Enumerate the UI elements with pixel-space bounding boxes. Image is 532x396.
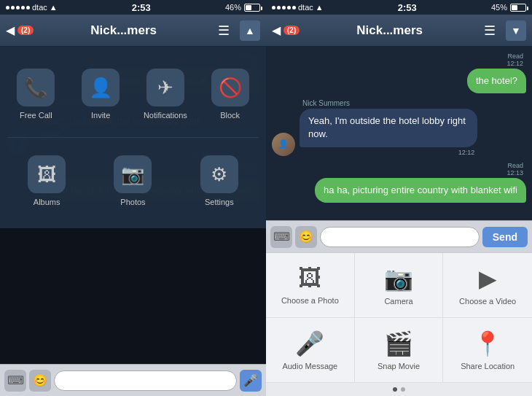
time-left: 2:53 bbox=[132, 2, 151, 13]
bubble-received-r2: Yeah, I'm outside the hotel lobby right … bbox=[300, 109, 477, 147]
page-dot-2 bbox=[401, 387, 405, 392]
attach-choose-video[interactable]: ▶ Choose a Video bbox=[443, 253, 532, 318]
carrier-left: dtac bbox=[32, 3, 47, 12]
invite-label: Invite bbox=[91, 111, 110, 120]
page-indicator bbox=[266, 383, 532, 396]
notifications-label: Notifications bbox=[144, 111, 187, 120]
chat-title-right: Nick...mers bbox=[356, 23, 423, 38]
attach-choose-photo[interactable]: 🖼 Choose a Photo bbox=[266, 253, 355, 318]
menu-item-notifications[interactable]: ✈ Notifications bbox=[133, 61, 198, 127]
settings-label: Settings bbox=[205, 198, 234, 206]
attach-grid: 🖼 Choose a Photo 📷 Camera ▶ Choose a Vid… bbox=[266, 252, 532, 383]
free-call-icon: 📞 bbox=[17, 69, 55, 106]
battery-pct-right: 45% bbox=[491, 3, 507, 12]
battery-right bbox=[510, 4, 526, 12]
menu-icon-right[interactable]: ☰ bbox=[480, 20, 500, 41]
right-phone: dtac ▲ 2:53 45% ◀ (2) Nick...mers ☰ ▼ Re… bbox=[266, 0, 532, 396]
carrier-right: dtac bbox=[298, 3, 313, 12]
menu-item-settings[interactable]: ⚙ Settings bbox=[176, 148, 262, 214]
back-badge-left: (2) bbox=[17, 26, 34, 35]
invite-icon: 👤 bbox=[82, 69, 120, 106]
free-call-label: Free Call bbox=[20, 111, 52, 120]
snap-movie-icon: 🎬 bbox=[384, 330, 413, 357]
header-left: ◀ (2) Nick...mers ☰ ▲ bbox=[0, 15, 266, 47]
menu-grid-row1: 📞 Free Call 👤 Invite ✈ Notifications 🚫 B… bbox=[0, 54, 266, 134]
menu-item-invite[interactable]: 👤 Invite bbox=[69, 61, 133, 127]
choose-video-icon: ▶ bbox=[479, 265, 497, 292]
albums-label: Albums bbox=[34, 198, 60, 206]
text-input-right[interactable] bbox=[320, 227, 480, 247]
back-button-right[interactable]: ◀ (2) bbox=[272, 23, 300, 37]
back-arrow-right: ◀ bbox=[272, 23, 281, 37]
keyboard-btn-right[interactable]: ⌨ bbox=[270, 226, 292, 248]
emoji-btn-left[interactable]: 😊 bbox=[29, 370, 51, 392]
emoji-btn-right[interactable]: 😊 bbox=[295, 226, 317, 248]
status-bar-left: dtac ▲ 2:53 46% bbox=[0, 0, 266, 15]
menu-item-photos[interactable]: 📷 Photos bbox=[90, 148, 176, 214]
attach-audio-message[interactable]: 🎤 Audio Message bbox=[266, 318, 355, 383]
menu-item-free-call[interactable]: 📞 Free Call bbox=[4, 61, 69, 127]
block-label: Block bbox=[220, 111, 240, 120]
battery-left bbox=[244, 4, 260, 12]
attach-snap-movie[interactable]: 🎬 Snap Movie bbox=[355, 318, 444, 383]
menu-grid-row2: 🖼 Albums 📷 Photos ⚙ Settings bbox=[0, 141, 266, 221]
keyboard-btn-left[interactable]: ⌨ bbox=[4, 370, 26, 392]
photos-label: Photos bbox=[120, 198, 145, 206]
menu-overlay: 📞 Free Call 👤 Invite ✈ Notifications 🚫 B… bbox=[0, 47, 266, 228]
input-bar-right: ⌨ 😊 Send bbox=[266, 220, 532, 252]
attach-camera[interactable]: 📷 Camera bbox=[355, 253, 444, 318]
menu-icon-left[interactable]: ☰ bbox=[214, 20, 234, 41]
sender-name-right: Nick Summers bbox=[300, 99, 477, 107]
snap-movie-label: Snap Movie bbox=[378, 362, 420, 370]
notifications-icon: ✈ bbox=[146, 69, 184, 106]
input-bar-left: ⌨ 😊 🎤 bbox=[0, 364, 266, 396]
header-right: ◀ (2) Nick...mers ☰ ▼ bbox=[266, 15, 532, 47]
menu-item-albums[interactable]: 🖼 Albums bbox=[4, 148, 90, 214]
send-button[interactable]: Send bbox=[482, 227, 528, 247]
share-location-icon: 📍 bbox=[473, 330, 502, 357]
menu-divider bbox=[7, 137, 259, 138]
page-dot-1 bbox=[393, 387, 397, 392]
bubble-sent-r3: ha ha, picturing entire country with bla… bbox=[315, 178, 526, 203]
camera-icon: 📷 bbox=[384, 265, 413, 292]
choose-photo-icon: 🖼 bbox=[298, 265, 321, 292]
albums-icon: 🖼 bbox=[28, 155, 66, 193]
mic-btn-left[interactable]: 🎤 bbox=[240, 370, 262, 392]
back-badge-right: (2) bbox=[283, 26, 300, 35]
chat-area-right: Read12:12 the hotel? 👤 Nick Summers Yeah… bbox=[266, 47, 532, 220]
chevron-down-right[interactable]: ▼ bbox=[506, 20, 526, 41]
block-icon: 🚫 bbox=[211, 69, 249, 106]
attach-share-location[interactable]: 📍 Share Location bbox=[443, 318, 532, 383]
chevron-up-left[interactable]: ▲ bbox=[240, 20, 260, 41]
msg-row-r2: 👤 Nick Summers Yeah, I'm outside the hot… bbox=[272, 99, 526, 155]
time-right: 2:53 bbox=[398, 2, 417, 13]
left-phone: dtac ▲ 2:53 46% ◀ (2) Nick...mers ☰ ▲ 📞 … bbox=[0, 0, 266, 396]
status-bar-right: dtac ▲ 2:53 45% bbox=[266, 0, 532, 15]
choose-photo-label: Choose a Photo bbox=[281, 296, 339, 305]
read-time-r1: Read12:12 bbox=[506, 53, 526, 67]
audio-message-icon: 🎤 bbox=[295, 330, 324, 357]
avatar-nick-right: 👤 bbox=[272, 133, 295, 156]
audio-message-label: Audio Message bbox=[282, 362, 337, 370]
battery-pct-left: 46% bbox=[225, 3, 241, 12]
back-button-left[interactable]: ◀ (2) bbox=[6, 23, 34, 37]
read-time-r3: Read12:13 bbox=[506, 162, 526, 176]
back-arrow-left: ◀ bbox=[6, 23, 15, 37]
photos-icon: 📷 bbox=[114, 155, 152, 193]
wifi-icon-right: ▲ bbox=[316, 3, 324, 12]
chat-title-left: Nick...mers bbox=[90, 23, 157, 38]
menu-item-block[interactable]: 🚫 Block bbox=[197, 61, 262, 127]
camera-label: Camera bbox=[384, 297, 412, 306]
bubble-sent-r1: the hotel? bbox=[467, 69, 526, 93]
msg-time-r2: 12:12 bbox=[300, 149, 477, 156]
share-location-label: Share Location bbox=[461, 362, 515, 370]
choose-video-label: Choose a Video bbox=[459, 297, 516, 306]
attach-panel: 🖼 Choose a Photo 📷 Camera ▶ Choose a Vid… bbox=[266, 252, 532, 396]
settings-icon: ⚙ bbox=[200, 155, 238, 193]
text-input-left[interactable] bbox=[54, 370, 237, 391]
wifi-icon-left: ▲ bbox=[50, 3, 58, 12]
